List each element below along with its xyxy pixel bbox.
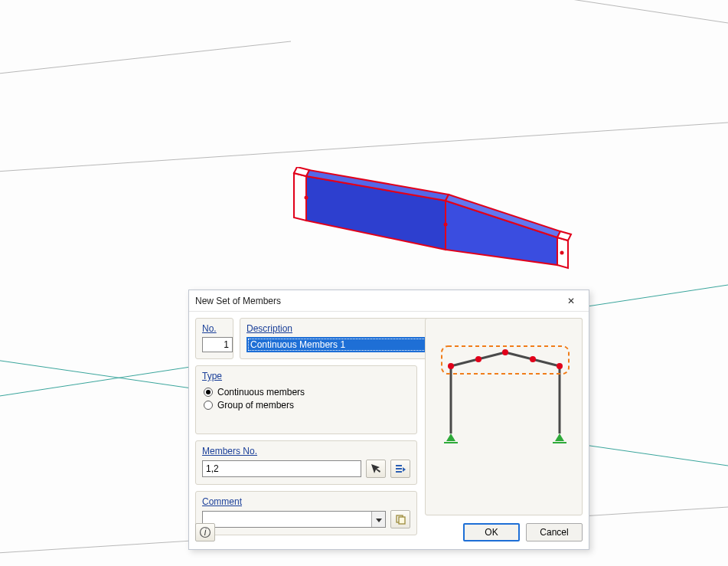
label-no: No.	[202, 323, 217, 334]
new-set-of-members-dialog: New Set of Members ✕ No. Description Con…	[188, 290, 589, 550]
svg-point-15	[444, 223, 448, 227]
svg-marker-17	[371, 464, 380, 473]
group-type: Type Continuous members Group of members	[195, 365, 417, 434]
group-members-no: Members No.	[195, 440, 417, 485]
svg-marker-8	[294, 173, 306, 221]
label-type: Type	[202, 371, 222, 381]
dialog-title: New Set of Members	[195, 296, 558, 306]
radio-icon	[204, 388, 213, 397]
dialog-footer: i OK Cancel	[195, 522, 583, 543]
group-no: No.	[195, 318, 233, 359]
selected-member-beam[interactable]	[292, 167, 576, 282]
cancel-button[interactable]: Cancel	[526, 523, 583, 541]
help-icon: i	[199, 526, 211, 538]
svg-marker-18	[403, 467, 406, 472]
button-label: Cancel	[540, 527, 568, 538]
svg-point-32	[502, 349, 508, 355]
preview-panel	[425, 318, 583, 515]
ok-button[interactable]: OK	[463, 523, 520, 541]
preview-diagram	[431, 319, 576, 456]
svg-point-14	[305, 196, 309, 200]
radio-label: Continuous members	[217, 387, 305, 398]
radio-label: Group of members	[217, 400, 294, 411]
svg-point-31	[475, 356, 482, 362]
label-comment: Comment	[202, 496, 242, 507]
dialog-titlebar[interactable]: New Set of Members ✕	[189, 290, 589, 312]
radio-group-of-members[interactable]: Group of members	[204, 400, 410, 411]
svg-marker-26	[555, 433, 564, 441]
radio-icon	[204, 401, 213, 410]
input-no[interactable]	[202, 337, 233, 352]
svg-line-1	[0, 123, 728, 172]
svg-point-33	[530, 356, 536, 362]
pick-icon	[370, 463, 382, 475]
svg-marker-10	[446, 201, 557, 265]
input-members-no[interactable]	[202, 460, 361, 477]
svg-line-0	[0, 41, 291, 75]
help-button[interactable]: i	[195, 523, 215, 541]
select-icon	[394, 463, 406, 475]
radio-continuous-members[interactable]: Continuous members	[204, 387, 410, 398]
label-description: Description	[246, 323, 292, 334]
svg-point-30	[448, 363, 454, 369]
svg-marker-25	[446, 433, 455, 441]
svg-point-34	[557, 363, 563, 369]
close-icon: ✕	[567, 296, 575, 306]
pick-members-button[interactable]	[366, 460, 386, 478]
svg-line-5	[551, 0, 728, 23]
label-members-no: Members No.	[202, 446, 257, 456]
svg-text:i: i	[204, 527, 207, 538]
svg-point-16	[560, 251, 564, 255]
close-button[interactable]: ✕	[558, 293, 584, 309]
button-label: OK	[485, 527, 498, 538]
select-members-button[interactable]	[390, 460, 410, 478]
